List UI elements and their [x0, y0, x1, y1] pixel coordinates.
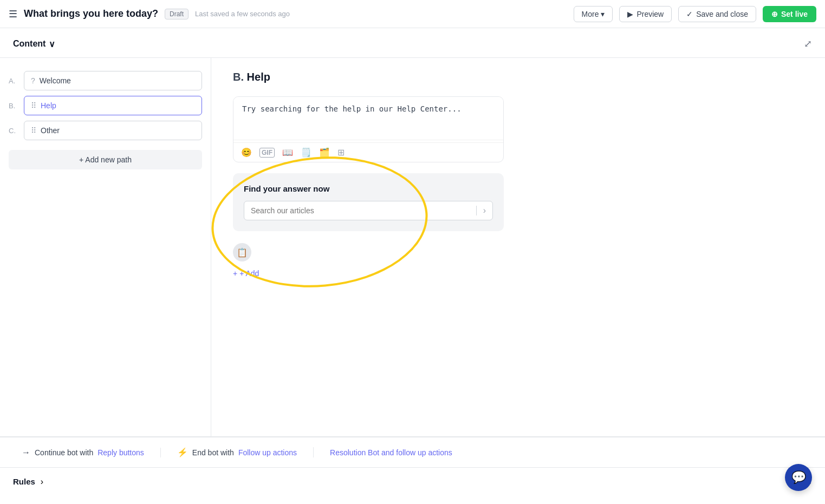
reply-buttons-link[interactable]: Reply buttons	[98, 448, 144, 457]
section-title: Help	[247, 71, 270, 83]
content-header-title[interactable]: Content ∨	[13, 39, 55, 49]
play-icon: ▶	[627, 10, 633, 18]
left-panel: A. ? Welcome B. ⠿ Help C. ⠿ Other	[0, 58, 211, 436]
arrow-right-icon: ›	[483, 206, 486, 215]
section-prefix: B.	[233, 71, 244, 83]
book-icon[interactable]: 📖	[282, 147, 293, 158]
question-icon: ?	[31, 76, 35, 85]
right-panel-title: B. Help	[233, 71, 803, 83]
search-block: Find your answer now ›	[233, 173, 504, 231]
path-name-help: Help	[41, 101, 56, 110]
path-name-other: Other	[41, 126, 60, 135]
gif-icon[interactable]: GIF	[259, 148, 275, 158]
grid-icon[interactable]: ⊞	[337, 147, 345, 158]
continue-bot-label: Continue bot with	[35, 448, 93, 457]
continue-bot-section: → Continue bot with Reply buttons	[22, 448, 161, 457]
set-live-button[interactable]: ⊕ Set live	[763, 6, 816, 22]
message-textarea[interactable]: Try searching for the help in our Help C…	[233, 97, 503, 140]
end-bot-section: ⚡ End bot with Follow up actions	[177, 447, 314, 457]
path-item-other: C. ⠿ Other	[9, 121, 202, 140]
main-content: Content ∨ ⤢ A. ? Welcome B. ⠿ Help	[0, 28, 825, 504]
chat-bubble[interactable]: 💬	[785, 464, 812, 491]
drag-icon-help: ⠿	[31, 101, 36, 110]
path-label-c: C.	[9, 127, 18, 135]
add-button[interactable]: + + Add	[233, 265, 259, 282]
menu-icon[interactable]: ☰	[9, 8, 17, 20]
more-label: More	[582, 10, 599, 18]
search-block-title: Find your answer now	[244, 184, 493, 193]
right-panel: B. Help Try searching for the help in ou…	[211, 58, 825, 436]
path-label-b: B.	[9, 102, 18, 110]
path-item-help: B. ⠿ Help	[9, 96, 202, 115]
preview-button[interactable]: ▶ Preview	[619, 6, 672, 22]
add-new-path-button[interactable]: + Add new path	[9, 150, 202, 169]
resolution-bot-link[interactable]: Resolution Bot and follow up actions	[330, 448, 452, 457]
content-chevron-icon: ∨	[49, 39, 55, 49]
continue-arrow-icon: →	[22, 448, 30, 457]
document-icon[interactable]: 📋	[233, 243, 251, 261]
bottom-actions-bar: → Continue bot with Reply buttons ⚡ End …	[0, 437, 825, 467]
path-item-welcome: A. ? Welcome	[9, 71, 202, 90]
search-submit-button[interactable]: ›	[476, 206, 492, 215]
live-icon: ⊕	[771, 10, 778, 18]
chevron-down-icon: ▾	[601, 10, 605, 18]
add-icon: +	[233, 269, 237, 278]
message-toolbar: 😊 GIF 📖 🗒️ 🗂️ ⊞	[233, 142, 503, 162]
topbar: ☰ What brings you here today? Draft Last…	[0, 0, 825, 28]
search-input-row: ›	[244, 201, 493, 220]
path-box-help[interactable]: ⠿ Help	[24, 96, 202, 115]
expand-icon[interactable]: ⤢	[804, 38, 812, 50]
two-panel: A. ? Welcome B. ⠿ Help C. ⠿ Other	[0, 58, 825, 437]
path-label-a: A.	[9, 77, 18, 85]
doc-icon-container: 📋	[233, 243, 803, 261]
follow-up-actions-link[interactable]: Follow up actions	[238, 448, 297, 457]
drag-icon-other: ⠿	[31, 126, 36, 135]
page-title: What brings you here today?	[24, 8, 158, 19]
check-icon: ✓	[686, 10, 693, 18]
draft-badge: Draft	[165, 9, 189, 19]
saved-status: Last saved a few seconds ago	[195, 10, 290, 18]
content-title-text: Content	[13, 39, 46, 49]
resolution-bot-section: Resolution Bot and follow up actions	[330, 448, 452, 457]
bolt-icon: ⚡	[177, 447, 188, 457]
rules-chevron-icon: ›	[41, 477, 43, 487]
rules-bar: Rules › ⠿	[0, 467, 825, 495]
chat-icon: 💬	[791, 470, 806, 485]
rules-title[interactable]: Rules	[13, 477, 35, 486]
emoji-icon[interactable]: 😊	[241, 147, 252, 158]
add-label: + Add	[239, 269, 259, 278]
content-header: Content ∨ ⤢	[0, 28, 825, 58]
attachment-icon[interactable]: 🗂️	[319, 147, 330, 158]
message-card: Try searching for the help in our Help C…	[233, 96, 504, 162]
path-name-welcome: Welcome	[40, 76, 71, 85]
search-input[interactable]	[244, 201, 476, 220]
path-box-other[interactable]: ⠿ Other	[24, 121, 202, 140]
end-bot-label: End bot with	[192, 448, 234, 457]
more-button[interactable]: More ▾	[574, 6, 613, 22]
note-icon[interactable]: 🗒️	[301, 147, 311, 158]
save-close-button[interactable]: ✓ Save and close	[678, 6, 756, 22]
search-area-wrapper: Find your answer now ›	[233, 173, 504, 235]
path-box-welcome[interactable]: ? Welcome	[24, 71, 202, 90]
